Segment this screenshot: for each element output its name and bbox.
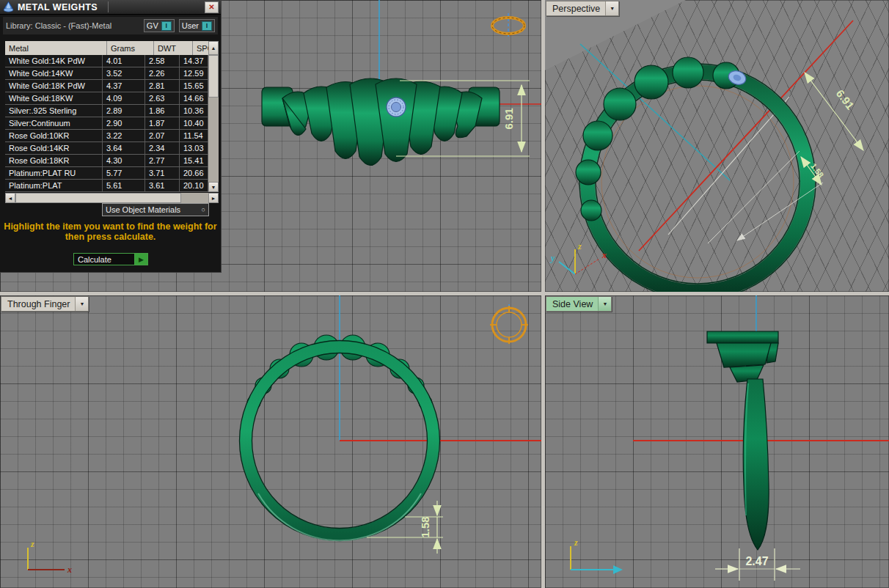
table-row[interactable]: White Gold:18KW 4.09 2.63 14.66 — [5, 92, 208, 105]
cell-dwt: 2.81 — [145, 80, 180, 92]
cell-grams: 2.89 — [103, 105, 145, 117]
dialog-titlebar[interactable]: METAL WEIGHTS ✕ — [0, 0, 221, 15]
cell-spg: 15.41 — [180, 155, 208, 166]
table-row[interactable]: Rose Gold:14KR 3.64 2.34 13.03 — [5, 142, 208, 155]
svg-text:x: x — [67, 565, 72, 575]
table-row[interactable]: Silver:Continuum 2.90 1.87 10.40 — [5, 117, 208, 130]
cell-metal: White Gold:14KW — [5, 67, 103, 79]
table-row[interactable]: Rose Gold:18KR 4.30 2.77 15.41 — [5, 155, 208, 167]
dialog-title: METAL WEIGHTS — [18, 2, 98, 12]
viewport-perspective[interactable]: 6.91 1.58 z y x Perspective ▼ — [545, 0, 889, 292]
table-row[interactable]: Silver:.925 Sterling 2.89 1.86 10.36 — [5, 105, 208, 117]
viewport-dropdown-arrow[interactable]: ▼ — [598, 297, 611, 311]
cell-grams: 5.61 — [103, 180, 145, 191]
ring-gauge-icon — [490, 304, 528, 344]
scrollbar-thumb[interactable] — [208, 55, 219, 98]
scroll-right-button[interactable]: ► — [208, 193, 219, 203]
viewport-label-side-view[interactable]: Side View ▼ — [546, 296, 612, 312]
horizontal-scrollbar[interactable]: ◄ ► — [5, 193, 219, 203]
ring-model-perspective[interactable]: 6.91 1.58 z y x — [545, 0, 889, 292]
cell-spg: 14.66 — [180, 92, 208, 104]
cell-dwt: 1.86 — [145, 105, 180, 117]
cell-metal: Silver:Continuum — [5, 117, 103, 129]
cell-spg: 20.10 — [180, 180, 208, 191]
cell-dwt: 2.26 — [145, 67, 180, 79]
cell-dwt: 2.34 — [145, 142, 180, 154]
radio-icon: ○ — [202, 206, 205, 213]
vertical-scrollbar[interactable]: ▼ — [208, 55, 219, 192]
cell-metal: Rose Gold:18KR — [5, 155, 103, 166]
svg-text:y: y — [549, 253, 555, 263]
ring-scallops-perspective — [576, 57, 739, 221]
viewport-label-through-finger[interactable]: Through Finger ▼ — [1, 296, 89, 312]
viewport-dropdown-arrow[interactable]: ▼ — [75, 297, 88, 311]
cell-spg: 14.37 — [180, 55, 208, 67]
svg-text:z: z — [30, 539, 34, 549]
scroll-left-button[interactable]: ◄ — [5, 193, 15, 203]
cell-spg: 20.66 — [180, 167, 208, 179]
column-header-dwt[interactable]: DWT — [154, 41, 193, 55]
table-row[interactable]: Platinum:PLAT RU 5.77 3.71 20.66 — [5, 167, 208, 180]
svg-text:z: z — [577, 241, 582, 251]
column-header-metal[interactable]: Metal — [5, 41, 107, 55]
cell-spg: 15.65 — [180, 80, 208, 92]
table-header-row: Metal Grams DWT SPG ▲ — [5, 41, 219, 55]
cell-grams: 2.90 — [103, 117, 145, 129]
info-icon: I — [202, 21, 212, 31]
column-header-spg[interactable]: SPG — [193, 41, 208, 55]
info-icon: I — [161, 21, 172, 31]
cell-metal: Rose Gold:10KR — [5, 130, 103, 142]
table-row[interactable]: White Gold:18K PdW 4.37 2.81 15.65 — [5, 80, 208, 92]
viewport-label-text: Through Finger — [7, 299, 70, 309]
close-button[interactable]: ✕ — [205, 1, 219, 13]
viewport-label-text: Perspective — [552, 4, 600, 14]
cell-grams: 3.22 — [103, 130, 145, 142]
scroll-up-button[interactable]: ▲ — [208, 41, 219, 55]
cell-grams: 4.01 — [103, 55, 145, 67]
table-row[interactable]: White Gold:14KW 3.52 2.26 12.59 — [5, 67, 208, 80]
metal-table-body: White Gold:14K PdW 4.01 2.58 14.37 White… — [5, 55, 208, 192]
dimension-label: 1.58 — [419, 516, 431, 537]
cell-grams: 5.77 — [103, 167, 145, 179]
play-icon: ▶ — [134, 254, 147, 265]
use-object-materials-button[interactable]: Use Object Materials ○ — [102, 203, 209, 216]
cell-metal: Platinum:PLAT — [5, 180, 103, 191]
table-row[interactable]: Rose Gold:10KR 3.22 2.07 11.54 — [5, 130, 208, 142]
metal-table: Metal Grams DWT SPG ▲ White Gold:14K PdW… — [5, 41, 219, 203]
gv-button[interactable]: GV I — [144, 19, 175, 32]
viewport-side-view[interactable]: 2.47 z Side View ▼ — [545, 295, 889, 588]
scroll-down-button[interactable]: ▼ — [208, 182, 219, 192]
viewport-dropdown-arrow[interactable]: ▼ — [605, 1, 618, 15]
dimension-label: 6.91 — [834, 87, 857, 111]
cell-dwt: 2.77 — [145, 155, 180, 166]
cell-grams: 4.09 — [103, 92, 145, 104]
table-row[interactable]: Platinum:PLAT 5.61 3.61 20.10 — [5, 180, 208, 192]
axis-gizmo: z x — [28, 539, 72, 575]
cell-metal: Platinum:PLAT RU — [5, 167, 103, 179]
cell-spg: 11.54 — [180, 130, 208, 142]
viewport-label-perspective[interactable]: Perspective ▼ — [546, 1, 619, 16]
cell-metal: Silver:.925 Sterling — [5, 105, 103, 117]
cell-dwt: 1.87 — [145, 117, 180, 129]
gem — [387, 98, 406, 117]
column-header-grams[interactable]: Grams — [107, 41, 154, 55]
table-row[interactable]: White Gold:14K PdW 4.01 2.58 14.37 — [5, 55, 208, 67]
dimension-label: 2.47 — [745, 555, 768, 567]
user-button[interactable]: User I — [179, 19, 215, 32]
construction-lines — [580, 21, 853, 251]
cell-grams: 3.52 — [103, 67, 145, 79]
calculate-button[interactable]: Calculate ▶ — [73, 253, 148, 265]
svg-text:x: x — [601, 250, 607, 260]
app-canvas: 6.91 — [0, 0, 889, 588]
cell-dwt: 2.63 — [145, 92, 180, 104]
viewport-label-text: Side View — [552, 299, 593, 309]
cell-metal: White Gold:14K PdW — [5, 55, 103, 67]
viewport-through-finger[interactable]: 1.58 z x Through Finger ▼ — [0, 295, 541, 588]
ring-model-side-view[interactable]: 2.47 z — [545, 295, 889, 588]
titlebar-divider — [108, 1, 109, 12]
ring-model-through-finger[interactable]: 1.58 z x — [0, 295, 541, 588]
cell-metal: White Gold:18KW — [5, 92, 103, 104]
cell-dwt: 3.61 — [145, 180, 180, 191]
scrollbar-thumb[interactable] — [15, 193, 181, 203]
cell-metal: White Gold:18K PdW — [5, 80, 103, 92]
